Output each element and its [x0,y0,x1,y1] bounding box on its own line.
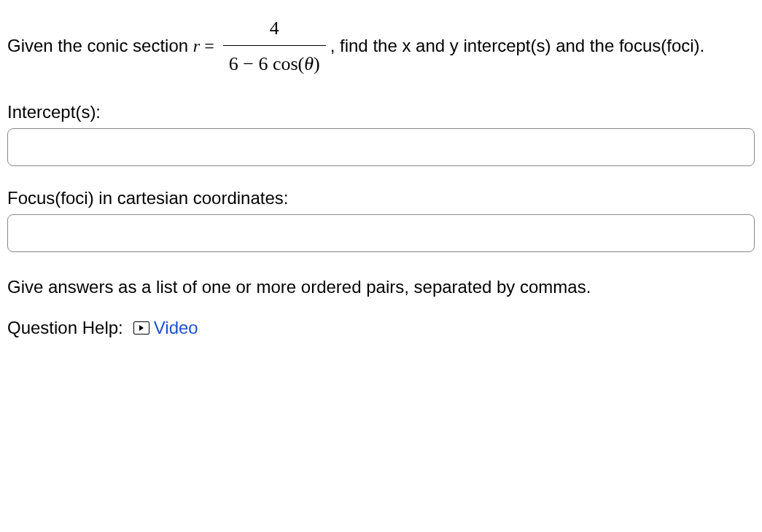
problem-comma: , [330,36,340,55]
problem-pre: Given the conic section [7,36,193,55]
video-icon [133,321,149,335]
fraction-denominator: 6 − 6 cos(θ) [223,45,326,79]
video-link-label: Video [154,318,198,338]
problem-statement: Given the conic section r = 46 − 6 cos(θ… [7,15,755,80]
question-help-label: Question Help: [7,318,123,338]
equals: = [200,36,219,55]
fraction-numerator: 4 [223,13,326,45]
video-link[interactable]: Video [133,318,198,338]
answer-instructions: Give answers as a list of one or more or… [7,274,755,300]
question-help-row: Question Help: Video [7,318,755,338]
intercepts-input[interactable] [7,128,755,166]
play-icon [139,325,144,331]
problem-post: find the x and y intercept(s) and the fo… [340,36,704,55]
var-r: r [193,36,200,55]
foci-label: Focus(foci) in cartesian coordinates: [7,188,755,208]
fraction: 46 − 6 cos(θ) [223,13,326,79]
foci-input[interactable] [7,214,755,252]
intercepts-label: Intercept(s): [7,102,755,122]
